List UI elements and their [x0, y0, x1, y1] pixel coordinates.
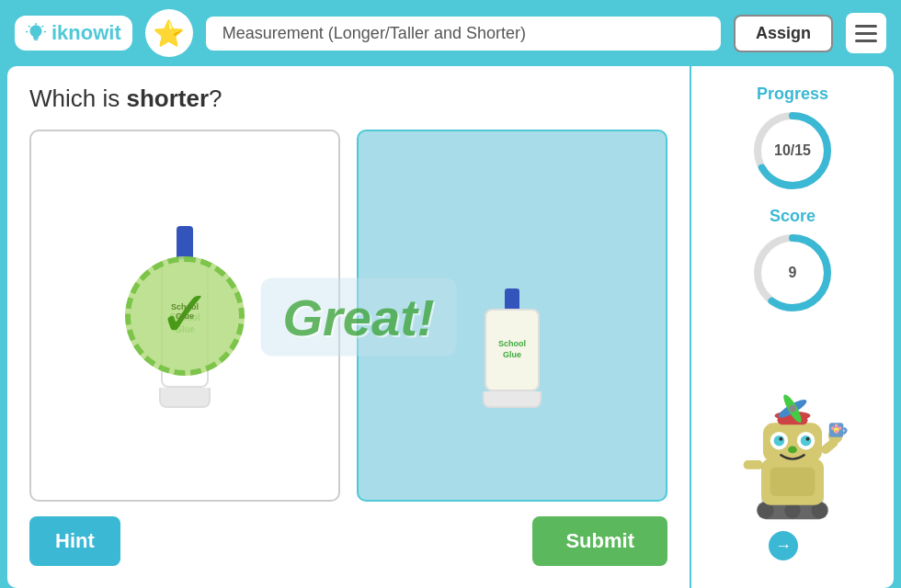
logo: iknowit	[15, 16, 132, 51]
svg-point-26	[788, 447, 797, 454]
question-emphasis: shorter	[126, 85, 209, 112]
bottom-bar: Hint Submit	[29, 502, 667, 570]
stamp-label: SchoolGlue	[131, 302, 239, 321]
glue-body-short: SchoolGlue	[485, 309, 540, 391]
star-badge: ⭐	[145, 9, 193, 57]
question-text: Which is shorter?	[29, 85, 667, 113]
svg-point-37	[831, 426, 835, 430]
score-section: Score 9	[751, 207, 834, 314]
svg-point-39	[838, 426, 842, 430]
svg-point-31	[789, 405, 796, 413]
glue-bottom-short	[483, 391, 542, 408]
svg-point-25	[806, 437, 810, 441]
glue-cap-short	[505, 288, 519, 309]
progress-circle: 10/15	[751, 109, 834, 192]
svg-point-24	[779, 437, 782, 441]
question-suffix: ?	[209, 85, 222, 112]
score-circle: 9	[751, 232, 834, 314]
svg-rect-2	[34, 40, 38, 40]
svg-rect-1	[33, 37, 39, 40]
svg-point-0	[29, 25, 41, 37]
progress-label: Progress	[757, 85, 828, 104]
svg-rect-18	[770, 468, 815, 496]
logo-text: iknowit	[51, 21, 121, 45]
question-prefix: Which is	[29, 85, 126, 112]
svg-rect-32	[744, 460, 763, 469]
feedback-text: Great!	[261, 277, 457, 356]
svg-point-40	[835, 430, 838, 434]
svg-line-4	[29, 26, 29, 27]
glue-label-short: SchoolGlue	[498, 339, 526, 360]
menu-line-2	[855, 32, 877, 35]
right-panel: Progress 10/15 Score 9	[691, 66, 894, 588]
submit-button[interactable]: Submit	[532, 516, 667, 566]
score-value: 9	[789, 265, 797, 281]
lesson-title: Measurement (Longer/Taller and Shorter)	[206, 17, 721, 51]
progress-section: Progress 10/15	[751, 85, 834, 192]
score-label: Score	[770, 207, 815, 226]
menu-button[interactable]	[846, 13, 886, 53]
correct-stamp: ✓ SchoolGlue	[125, 256, 245, 376]
left-panel: Which is shorter? ✓ SchoolGlue SchoolGlu…	[7, 66, 691, 588]
svg-line-5	[42, 26, 43, 27]
logo-bulb-icon	[26, 23, 46, 43]
next-arrow-button[interactable]: →	[769, 531, 798, 560]
robot-mascot	[733, 369, 852, 526]
robot-mascot-area	[733, 329, 852, 526]
hint-button[interactable]: Hint	[29, 516, 120, 566]
stamp-circle: ✓ SchoolGlue	[125, 256, 245, 376]
glue-cap-tall	[177, 226, 193, 259]
main-area: Which is shorter? ✓ SchoolGlue SchoolGlu…	[7, 66, 894, 588]
svg-point-23	[801, 435, 812, 447]
glue-bottom-tall	[159, 388, 211, 408]
assign-button[interactable]: Assign	[734, 15, 833, 52]
progress-value: 10/15	[774, 142, 811, 159]
svg-point-21	[774, 435, 785, 447]
menu-line-3	[855, 40, 877, 42]
svg-point-38	[835, 424, 838, 427]
glue-short: SchoolGlue	[483, 224, 542, 408]
menu-line-1	[855, 25, 877, 28]
header: iknowit ⭐ Measurement (Longer/Taller and…	[0, 0, 901, 66]
